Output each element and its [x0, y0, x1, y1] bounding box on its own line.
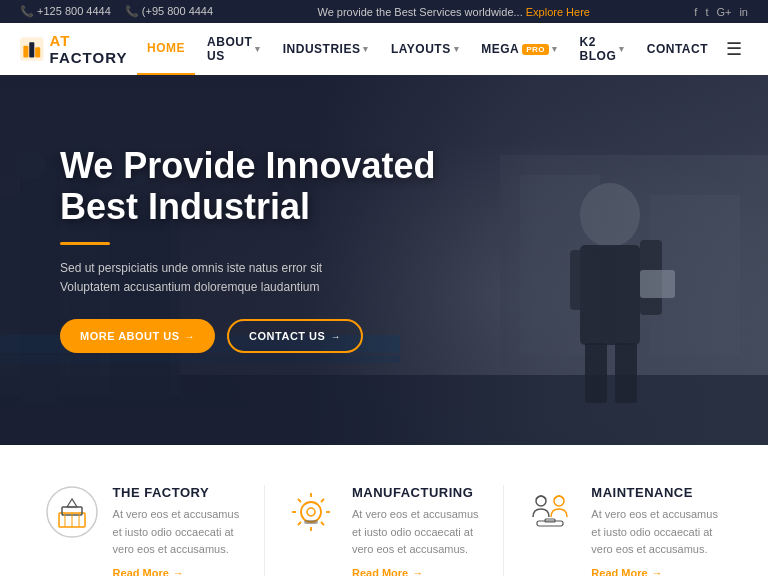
- manufacturing-icon: [284, 485, 338, 539]
- nav-industries[interactable]: INDUSTRIES ▾: [273, 23, 379, 75]
- maintenance-read-more[interactable]: Read More →: [591, 567, 723, 576]
- nav-menu: HOME ABOUT US ▾ INDUSTRIES ▾ LAYOUTS ▾ M…: [137, 23, 748, 75]
- nav-about[interactable]: ABOUT US ▾: [197, 23, 271, 75]
- svg-marker-30: [67, 499, 77, 507]
- service-factory: THE FACTORY At vero eos et accusamus et …: [45, 485, 245, 576]
- svg-rect-1: [23, 46, 28, 58]
- top-bar-contacts: 📞 +125 800 4444 📞 (+95 800 4444: [20, 5, 213, 18]
- factory-icon: [45, 485, 99, 539]
- top-bar-tagline: We provide the Best Services worldwide..…: [317, 6, 589, 18]
- maintenance-desc: At vero eos et accusamus et iusto odio o…: [591, 506, 723, 559]
- arrow-icon: →: [173, 567, 184, 576]
- social-links: f t G+ in: [694, 6, 748, 18]
- hero-content: We Provide Innovated Best Industrial Sed…: [60, 145, 435, 353]
- svg-line-39: [321, 499, 324, 502]
- manufacturing-desc: At vero eos et accusamus et iusto odio o…: [352, 506, 484, 559]
- phone1: 📞 +125 800 4444: [20, 5, 111, 18]
- btn-arrow-icon: →: [185, 331, 196, 342]
- svg-point-24: [47, 487, 97, 537]
- svg-line-37: [298, 499, 301, 502]
- manufacturing-read-more[interactable]: Read More →: [352, 567, 484, 576]
- facebook-icon[interactable]: f: [694, 6, 697, 18]
- google-plus-icon[interactable]: G+: [716, 6, 731, 18]
- factory-icon-wrap: [45, 485, 99, 539]
- nav-home[interactable]: HOME: [137, 23, 195, 75]
- arrow-icon3: →: [652, 567, 663, 576]
- nav-mega[interactable]: MEGA PRO ▾: [471, 23, 567, 75]
- contact-button[interactable]: Contact Us →: [227, 319, 363, 353]
- svg-rect-3: [35, 47, 40, 57]
- logo[interactable]: AT FACTORY: [20, 32, 137, 66]
- logo-text: AT FACTORY: [50, 32, 138, 66]
- maintenance-title: MAINTENANCE: [591, 485, 723, 500]
- hero-divider: [60, 242, 110, 245]
- nav-layouts[interactable]: LAYOUTS ▾: [381, 23, 469, 75]
- phone2: 📞 (+95 800 4444: [125, 5, 213, 18]
- service-manufacturing: MANUFACTURING At vero eos et accusamus e…: [284, 485, 484, 576]
- svg-line-38: [321, 522, 324, 525]
- more-about-button[interactable]: More About Us →: [60, 319, 215, 353]
- linkedin-icon[interactable]: in: [739, 6, 748, 18]
- service-divider-2: [503, 485, 504, 576]
- nav-contact[interactable]: CONTACT: [637, 23, 718, 75]
- manufacturing-icon-wrap: [284, 485, 338, 539]
- btn-arrow-icon2: →: [330, 331, 341, 342]
- services-section: THE FACTORY At vero eos et accusamus et …: [0, 445, 768, 576]
- navbar: AT FACTORY HOME ABOUT US ▾ INDUSTRIES ▾ …: [0, 23, 768, 75]
- service-divider-1: [264, 485, 265, 576]
- factory-title: THE FACTORY: [113, 485, 245, 500]
- top-bar: 📞 +125 800 4444 📞 (+95 800 4444 We provi…: [0, 0, 768, 23]
- svg-rect-2: [29, 42, 34, 57]
- svg-point-32: [307, 508, 315, 516]
- service-maintenance: MAINTENANCE At vero eos et accusamus et …: [523, 485, 723, 576]
- nav-blog[interactable]: K2 BLOG ▾: [570, 23, 635, 75]
- factory-service-content: THE FACTORY At vero eos et accusamus et …: [113, 485, 245, 576]
- svg-line-40: [298, 522, 301, 525]
- factory-read-more[interactable]: Read More →: [113, 567, 245, 576]
- hero-buttons: More About Us → Contact Us →: [60, 319, 435, 353]
- maintenance-icon: [523, 485, 577, 539]
- hero-section: We Provide Innovated Best Industrial Sed…: [0, 75, 768, 445]
- manufacturing-title: MANUFACTURING: [352, 485, 484, 500]
- explore-link[interactable]: Explore Here: [526, 6, 590, 18]
- factory-desc: At vero eos et accusamus et iusto odio o…: [113, 506, 245, 559]
- svg-rect-41: [304, 520, 318, 524]
- hero-title: We Provide Innovated Best Industrial: [60, 145, 435, 228]
- arrow-icon2: →: [412, 567, 423, 576]
- maintenance-service-content: MAINTENANCE At vero eos et accusamus et …: [591, 485, 723, 576]
- hamburger-icon[interactable]: ☰: [720, 38, 748, 60]
- hero-subtitle: Sed ut perspiciatis unde omnis iste natu…: [60, 259, 340, 297]
- twitter-icon[interactable]: t: [705, 6, 708, 18]
- logo-icon: [20, 35, 44, 63]
- maintenance-icon-wrap: [523, 485, 577, 539]
- svg-point-31: [301, 502, 321, 522]
- manufacturing-service-content: MANUFACTURING At vero eos et accusamus e…: [352, 485, 484, 576]
